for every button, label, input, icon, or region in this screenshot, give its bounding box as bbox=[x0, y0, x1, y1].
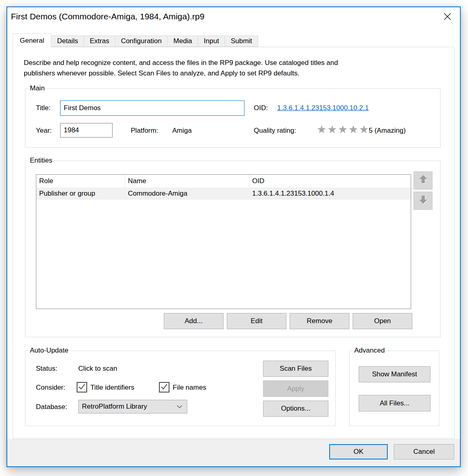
column-header-oid[interactable]: OID bbox=[249, 175, 411, 188]
table-row[interactable]: Publisher or group Commodore-Amiga 1.3.6… bbox=[36, 188, 411, 200]
tab-input[interactable]: Input bbox=[198, 35, 225, 47]
open-button[interactable]: Open bbox=[353, 313, 412, 329]
checkmark-icon bbox=[160, 382, 168, 392]
row-oid-cell: 1.3.6.1.4.1.23153.1000.1.4 bbox=[249, 188, 411, 200]
close-icon bbox=[443, 12, 452, 22]
up-arrow-icon bbox=[417, 173, 429, 188]
tab-general-label: General bbox=[20, 37, 44, 45]
column-header-name[interactable]: Name bbox=[125, 175, 249, 188]
cancel-button[interactable]: Cancel bbox=[394, 444, 454, 459]
database-dropdown[interactable]: RetroPlatform Library bbox=[78, 400, 187, 413]
dialog-footer: OK Cancel bbox=[7, 439, 460, 466]
oid-link[interactable]: 1.3.6.1.4.1.23153.1000.10.2.1 bbox=[277, 104, 369, 112]
tab-submit-label: Submit bbox=[231, 37, 252, 45]
close-button[interactable] bbox=[441, 10, 454, 24]
tab-submit[interactable]: Submit bbox=[225, 35, 258, 47]
platform-value: Amiga bbox=[172, 127, 192, 135]
file-names-label: File names bbox=[173, 384, 206, 392]
advanced-group: Advanced Show Manifest All Files... bbox=[349, 351, 439, 426]
tab-extras-label: Extras bbox=[90, 37, 109, 45]
general-tab-page: Describe and help recognize content, and… bbox=[13, 47, 455, 439]
down-arrow-icon bbox=[417, 194, 429, 208]
title-identifiers-label: Title identifiers bbox=[90, 384, 134, 392]
title-input[interactable]: First Demos bbox=[60, 100, 244, 116]
chevron-down-icon bbox=[176, 403, 183, 411]
scan-files-button[interactable]: Scan Files bbox=[263, 361, 328, 377]
ok-button[interactable]: OK bbox=[329, 444, 388, 459]
edit-button[interactable]: Edit bbox=[227, 313, 286, 329]
title-identifiers-checkbox[interactable] bbox=[77, 382, 87, 392]
add-button[interactable]: Add... bbox=[164, 313, 224, 329]
auto-update-group-label: Auto-Update bbox=[28, 347, 70, 355]
tab-extras[interactable]: Extras bbox=[84, 35, 115, 47]
page-description: Describe and help recognize content, and… bbox=[24, 58, 429, 79]
auto-update-group: Auto-Update Status: Click to scan Consid… bbox=[25, 351, 336, 426]
column-header-role[interactable]: Role bbox=[36, 175, 125, 188]
checkmark-icon bbox=[78, 382, 86, 392]
options-button[interactable]: Options... bbox=[263, 401, 328, 417]
titlebar: First Demos (Commodore-Amiga, 1984, Amig… bbox=[7, 7, 460, 26]
main-group: Main Title: First Demos OID: 1.3.6.1.4.1… bbox=[25, 88, 441, 148]
entities-group: Entities Role Name OID Publisher or grou… bbox=[25, 161, 441, 337]
remove-button[interactable]: Remove bbox=[290, 313, 349, 329]
platform-label: Platform: bbox=[131, 127, 158, 135]
tab-input-label: Input bbox=[204, 37, 219, 45]
tab-media-label: Media bbox=[173, 37, 192, 45]
main-group-label: Main bbox=[28, 84, 47, 92]
year-label: Year: bbox=[36, 127, 52, 135]
move-up-button[interactable] bbox=[414, 171, 432, 190]
star-rating-icons[interactable]: ★★★★★ bbox=[317, 124, 370, 135]
tab-details[interactable]: Details bbox=[51, 35, 84, 47]
database-label: Database: bbox=[36, 403, 67, 411]
entities-table[interactable]: Role Name OID Publisher or group Commodo… bbox=[36, 174, 411, 309]
oid-label: OID: bbox=[254, 104, 268, 112]
tab-configuration-label: Configuration bbox=[121, 37, 162, 45]
consider-label: Consider: bbox=[36, 384, 65, 392]
tab-configuration[interactable]: Configuration bbox=[115, 35, 168, 47]
year-input[interactable]: 1984 bbox=[60, 123, 113, 138]
title-label: Title: bbox=[36, 104, 50, 112]
status-label: Status: bbox=[36, 365, 57, 373]
show-manifest-button[interactable]: Show Manifest bbox=[359, 366, 430, 382]
year-input-value: 1984 bbox=[64, 126, 79, 134]
rp9-edit-dialog: First Demos (Commodore-Amiga, 1984, Amig… bbox=[6, 6, 461, 467]
page-description-line2: publishers whenever possible. Select Sca… bbox=[24, 68, 429, 79]
file-names-checkbox[interactable] bbox=[159, 382, 169, 392]
advanced-group-label: Advanced bbox=[352, 347, 387, 355]
entities-group-label: Entities bbox=[28, 157, 54, 165]
window-title: First Demos (Commodore-Amiga, 1984, Amig… bbox=[11, 12, 205, 21]
quality-rating-label: Quality rating: bbox=[254, 127, 296, 135]
tab-strip: General Details Extras Configuration Med… bbox=[13, 34, 455, 47]
move-down-button[interactable] bbox=[414, 192, 432, 210]
database-dropdown-value: RetroPlatform Library bbox=[82, 403, 176, 411]
all-files-button[interactable]: All Files... bbox=[359, 395, 430, 411]
status-value: Click to scan bbox=[78, 365, 117, 373]
tab-general[interactable]: General bbox=[13, 33, 51, 47]
tab-media[interactable]: Media bbox=[167, 35, 198, 47]
row-role-cell: Publisher or group bbox=[36, 188, 125, 200]
entities-table-header: Role Name OID bbox=[36, 175, 411, 188]
tab-details-label: Details bbox=[57, 37, 78, 45]
apply-button[interactable]: Apply bbox=[263, 380, 328, 397]
rating-text: 5 (Amazing) bbox=[369, 127, 406, 135]
title-input-value: First Demos bbox=[64, 104, 101, 112]
page-description-line1: Describe and help recognize content, and… bbox=[24, 58, 429, 68]
row-name-cell: Commodore-Amiga bbox=[125, 188, 249, 200]
